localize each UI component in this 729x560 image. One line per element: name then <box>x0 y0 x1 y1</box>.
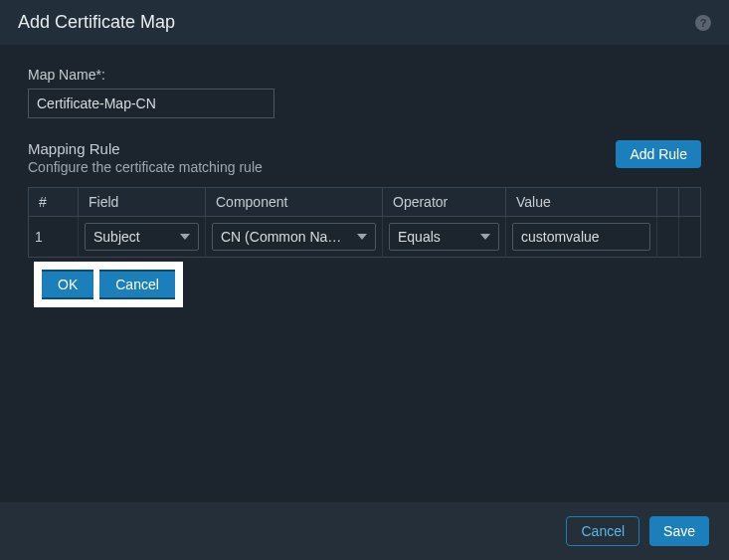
mapping-rule-subtitle: Configure the certificate matching rule <box>28 159 263 175</box>
value-input-text: customvalue <box>521 229 600 245</box>
field-select-value: Subject <box>93 229 140 245</box>
col-header-field: Field <box>79 188 206 217</box>
component-select-value: CN (Common Name) <box>221 229 350 245</box>
add-rule-button[interactable]: Add Rule <box>616 140 701 168</box>
add-certificate-map-dialog: Add Certificate Map ? Map Name*: Mapping… <box>0 0 729 560</box>
mapping-rule-title: Mapping Rule <box>28 140 263 157</box>
dialog-footer: Cancel Save <box>0 502 729 560</box>
table-row: 1 Subject CN (Common Name) <box>29 217 701 258</box>
value-input[interactable]: customvalue <box>512 223 650 251</box>
col-header-component: Component <box>206 188 383 217</box>
dialog-title: Add Certificate Map <box>18 12 175 33</box>
ok-button[interactable]: OK <box>42 270 93 299</box>
operator-select[interactable]: Equals <box>389 223 499 251</box>
col-header-num: # <box>29 188 79 217</box>
mapping-rule-texts: Mapping Rule Configure the certificate m… <box>28 140 263 175</box>
row-action-cell-2 <box>679 217 701 258</box>
row-inline-actions: OKCancel <box>34 262 183 307</box>
field-select[interactable]: Subject <box>85 223 199 251</box>
cancel-button[interactable]: Cancel <box>566 516 639 546</box>
caret-down-icon <box>357 234 367 240</box>
save-button[interactable]: Save <box>649 516 709 546</box>
row-action-cell-1 <box>657 217 679 258</box>
col-header-spacer-2 <box>679 188 701 217</box>
component-select[interactable]: CN (Common Name) <box>212 223 376 251</box>
help-icon[interactable]: ? <box>695 15 711 31</box>
operator-select-value: Equals <box>398 229 441 245</box>
map-name-input[interactable] <box>28 89 274 118</box>
col-header-value: Value <box>506 188 657 217</box>
caret-down-icon <box>480 234 490 240</box>
mapping-rule-table: # Field Component Operator Value 1 Subje… <box>28 187 701 258</box>
mapping-rule-section-header: Mapping Rule Configure the certificate m… <box>28 140 701 175</box>
map-name-label: Map Name*: <box>28 67 701 83</box>
row-number: 1 <box>29 217 79 258</box>
col-header-operator: Operator <box>383 188 506 217</box>
col-header-spacer-1 <box>657 188 679 217</box>
cancel-inline-button[interactable]: Cancel <box>99 270 175 299</box>
titlebar: Add Certificate Map ? <box>0 0 729 45</box>
dialog-body: Map Name*: Mapping Rule Configure the ce… <box>0 45 729 502</box>
caret-down-icon <box>180 234 190 240</box>
